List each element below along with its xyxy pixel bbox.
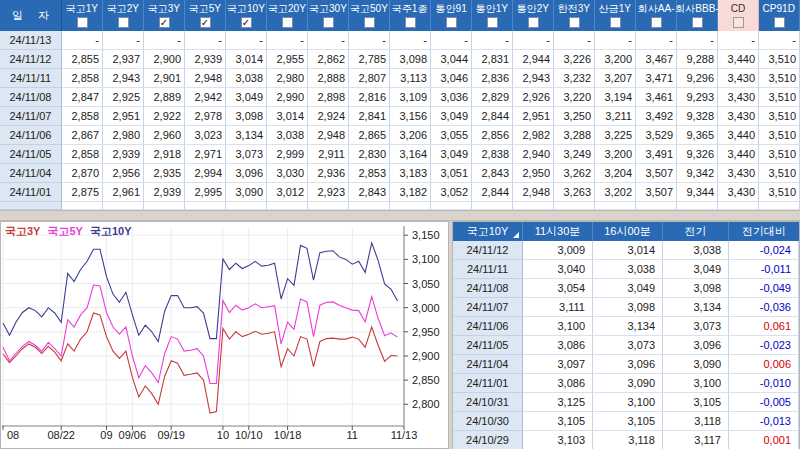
intraday-change-cell[interactable]: -0,011 — [729, 260, 799, 279]
intraday-change-cell[interactable]: -0,013 — [729, 412, 799, 431]
intraday-value-cell[interactable]: 3,054 — [523, 279, 593, 298]
intraday-value-cell[interactable]: 3,090 — [593, 374, 663, 393]
intraday-change-cell[interactable]: -0,024 — [729, 241, 799, 260]
column-checkbox-국고50Y[interactable] — [364, 17, 375, 28]
column-checkbox-국고20Y[interactable] — [282, 17, 293, 28]
column-checkbox-산금1Y[interactable] — [610, 17, 621, 28]
column-checkbox-한전3Y[interactable] — [569, 17, 580, 28]
value-cell[interactable]: 2,862 — [308, 50, 349, 69]
intraday-date-cell[interactable]: 24/11/08 — [453, 279, 523, 298]
value-cell[interactable]: 9,293 — [677, 88, 718, 107]
intraday-value-cell[interactable]: 3,040 — [523, 260, 593, 279]
value-cell[interactable]: 2,980 — [103, 126, 144, 145]
column-checkbox-통안91[interactable] — [446, 17, 457, 28]
value-cell[interactable]: 3,510 — [759, 164, 800, 183]
value-cell[interactable]: 3,023 — [185, 126, 226, 145]
date-cell[interactable]: 24/11/01 — [0, 183, 62, 202]
value-cell[interactable]: 3,507 — [636, 164, 677, 183]
value-cell[interactable]: - — [472, 31, 513, 50]
intraday-change-cell[interactable]: -0,036 — [729, 298, 799, 317]
intraday-value-cell[interactable]: 3,086 — [523, 374, 593, 393]
value-cell[interactable]: 2,865 — [349, 126, 390, 145]
value-cell[interactable]: 3,249 — [554, 145, 595, 164]
value-cell[interactable]: 2,853 — [349, 164, 390, 183]
value-cell[interactable]: 2,816 — [349, 88, 390, 107]
value-cell[interactable]: 2,956 — [103, 164, 144, 183]
date-cell[interactable]: 24/11/13 — [0, 31, 62, 50]
value-cell[interactable]: 3,263 — [554, 183, 595, 202]
date-cell[interactable]: 24/11/11 — [0, 69, 62, 88]
value-cell[interactable]: 2,785 — [349, 50, 390, 69]
value-cell[interactable]: 3,262 — [554, 164, 595, 183]
value-cell[interactable]: 3,440 — [718, 126, 759, 145]
value-cell[interactable]: 3,030 — [267, 164, 308, 183]
column-header-국주1종[interactable]: 국주1종 — [390, 0, 431, 31]
value-cell[interactable]: 2,922 — [144, 107, 185, 126]
column-header-국고2Y[interactable]: 국고2Y — [103, 0, 144, 31]
value-cell[interactable]: - — [636, 31, 677, 50]
column-checkbox-국고5Y[interactable]: ✓ — [200, 17, 211, 28]
value-cell[interactable]: 3,440 — [718, 50, 759, 69]
value-cell[interactable]: 3,440 — [718, 145, 759, 164]
column-checkbox-회사AA-[interactable] — [651, 17, 662, 28]
value-cell[interactable]: 3,225 — [595, 126, 636, 145]
value-cell[interactable]: 3,510 — [759, 69, 800, 88]
value-cell[interactable]: - — [185, 31, 226, 50]
value-cell[interactable]: 3,510 — [759, 50, 800, 69]
value-cell[interactable]: 2,944 — [513, 50, 554, 69]
value-cell[interactable]: 3,529 — [636, 126, 677, 145]
column-header-CD[interactable]: CD — [718, 0, 759, 31]
column-checkbox-국고1Y[interactable] — [77, 17, 88, 28]
value-cell[interactable]: 3,049 — [226, 88, 267, 107]
intraday-value-cell[interactable]: 3,097 — [523, 355, 593, 374]
date-column-header[interactable]: 일 자 — [0, 0, 62, 31]
value-cell[interactable]: 2,847 — [62, 88, 103, 107]
intraday-date-cell[interactable]: 24/10/29 — [453, 431, 523, 449]
value-cell[interactable]: 2,948 — [185, 69, 226, 88]
column-header-국고3Y[interactable]: 국고3Y✓ — [144, 0, 185, 31]
intraday-value-cell[interactable]: 3,118 — [593, 431, 663, 449]
date-cell[interactable]: 24/11/07 — [0, 107, 62, 126]
intraday-value-cell[interactable]: 3,009 — [523, 241, 593, 260]
column-header-한전3Y[interactable]: 한전3Y — [554, 0, 595, 31]
value-cell[interactable]: 3,430 — [718, 88, 759, 107]
value-cell[interactable]: 2,836 — [472, 69, 513, 88]
intraday-value-cell[interactable]: 3,105 — [593, 412, 663, 431]
date-cell[interactable]: 24/11/12 — [0, 50, 62, 69]
value-cell[interactable]: 2,924 — [308, 107, 349, 126]
value-cell[interactable]: - — [267, 31, 308, 50]
value-cell[interactable]: 2,807 — [349, 69, 390, 88]
value-cell[interactable]: 2,841 — [349, 107, 390, 126]
value-cell[interactable]: 9,288 — [677, 50, 718, 69]
column-header-국고30Y[interactable]: 국고30Y — [308, 0, 349, 31]
value-cell[interactable]: 2,936 — [308, 164, 349, 183]
intraday-column-header-11시30분[interactable]: 11시30분 — [523, 222, 593, 241]
value-cell[interactable]: 2,889 — [144, 88, 185, 107]
value-cell[interactable]: 3,055 — [431, 126, 472, 145]
value-cell[interactable]: 3,200 — [595, 145, 636, 164]
intraday-value-cell[interactable]: 3,098 — [593, 298, 663, 317]
value-cell[interactable]: 2,955 — [267, 50, 308, 69]
column-checkbox-통안1Y[interactable] — [487, 17, 498, 28]
intraday-value-cell[interactable]: 3,105 — [523, 412, 593, 431]
value-cell[interactable]: 3,250 — [554, 107, 595, 126]
value-cell[interactable]: 2,960 — [144, 126, 185, 145]
intraday-change-cell[interactable]: -0,010 — [729, 374, 799, 393]
intraday-date-cell[interactable]: 24/11/11 — [453, 260, 523, 279]
value-cell[interactable]: 3,510 — [759, 126, 800, 145]
value-cell[interactable]: 2,937 — [103, 50, 144, 69]
value-cell[interactable]: 3,461 — [636, 88, 677, 107]
column-checkbox-국고3Y[interactable]: ✓ — [159, 17, 170, 28]
value-cell[interactable]: 3,200 — [595, 50, 636, 69]
value-cell[interactable]: 3,038 — [226, 69, 267, 88]
value-cell[interactable]: 2,867 — [62, 126, 103, 145]
column-checkbox-회사BBB-[interactable] — [692, 17, 703, 28]
value-cell[interactable]: 3,471 — [636, 69, 677, 88]
value-cell[interactable]: 2,935 — [144, 164, 185, 183]
value-cell[interactable]: 3,194 — [595, 88, 636, 107]
value-cell[interactable]: - — [144, 31, 185, 50]
intraday-date-cell[interactable]: 24/10/31 — [453, 393, 523, 412]
intraday-value-cell[interactable]: 3,049 — [663, 260, 729, 279]
value-cell[interactable]: - — [513, 31, 554, 50]
value-cell[interactable]: 3,211 — [595, 107, 636, 126]
